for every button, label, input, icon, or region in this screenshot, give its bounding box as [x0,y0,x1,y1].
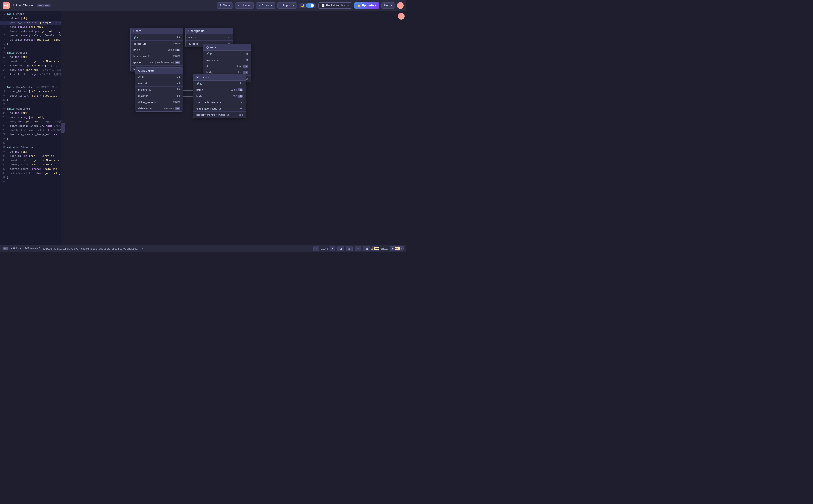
code-line-38: 38 defeated_at timestamp [not null] // ユ… [0,171,61,175]
code-line-8: 8} [0,42,61,46]
canvas-area[interactable]: ‹ Users 🔗id int google_uid [61,11,407,245]
line-number: 38 [1,171,7,175]
moon-icon: 🌙 [301,4,304,7]
line-content: id int [pk] [7,16,60,21]
show-label: Show: [380,247,388,250]
code-line-20: 20 quest_id int [ref: > Quests.id] // 1つ… [0,94,61,98]
code-line-13: 13 title string [not null] //クエストタイトル [0,64,61,68]
app-logo[interactable] [3,2,10,9]
share-label: Share [222,4,230,7]
line-content: end_battle_image_url text //戦闘終了後画像 [7,128,61,132]
er-row-m-body: body textNN [193,93,246,99]
line-number: 11 [1,55,7,59]
line-number: 36 [1,163,7,167]
code-line-29: 29 bestiary_monster_image_url text //図鑑用… [0,132,61,137]
split-view-button[interactable]: ⧈ [346,246,353,251]
key-icon: 🔗 [133,36,136,39]
zoom-in-button[interactable]: + [330,246,335,251]
line-number: 3 [1,21,7,25]
import-button[interactable]: ↑ Import ▾ [277,2,297,9]
bottom-bar: AD ✦ Holistics: Self-service BI Expose t… [0,245,407,252]
help-button[interactable]: Help ▾ [381,2,395,9]
edit-button[interactable]: ✏ [355,246,361,251]
er-row-gc-defeatcount: defeat_count ☑ integer [135,99,183,105]
er-row-m-endbattle: end_battle_image_url text [193,105,246,112]
code-line-16: 16 [0,77,61,81]
user-avatar[interactable] [397,2,404,9]
line-content: name string [not null] [7,25,60,29]
collapse-panel-button[interactable]: ‹ [61,123,65,133]
er-row-gc-defeatedat: defeated_at timestampNN [135,105,183,111]
line-content: } [7,98,60,102]
publish-label: Publish to dbdocs [326,4,349,7]
line-number: 37 [1,167,7,171]
key-icon: 🔗 [206,52,209,55]
share-button[interactable]: ⤴ Share [217,2,233,9]
er-row-gc-id: 🔗id int [135,74,183,80]
line-number: 5 [1,29,7,33]
line-number: 35 [1,158,7,163]
line-number: 27 [1,124,7,128]
er-row-gc-monsterid: monster_id int [135,87,183,93]
line-number: 39 [1,175,7,180]
export-chevron-icon: ▾ [271,4,272,7]
code-line-6: 6 gender enum ('male', 'female', 'other'… [0,33,61,38]
ad-badge: AD [3,247,8,250]
code-line-12: 12 monster_id int [ref: - Monsters.id] [0,59,61,64]
er-row-q-title: title stringNN [203,63,251,69]
code-line-39: 39} [0,175,61,180]
line-content: quest_id int [ref: > Quests.id] // 掃除箇所記… [7,163,61,167]
key-icon: 🔗 [196,82,199,85]
history-button[interactable]: ↺ History [235,2,254,9]
code-line-4: 4 name string [not null] [0,25,61,29]
export-button[interactable]: ↓ Export ▾ [256,2,275,9]
pro-tool-button[interactable]: ⊟PRO [372,246,379,251]
line-content: monster_id int [ref: < Monsters.id] [7,158,61,163]
help-label: Help [384,4,390,7]
line-content: } [7,137,60,141]
line-content: is_admin boolean [default: false] //管理者権… [7,38,61,42]
help-chevron-icon: ▾ [391,4,392,7]
er-row-q-monsterid: monster_id int [203,57,251,63]
er-table-users-header: Users [131,28,183,34]
canvas-user-avatar [398,13,405,20]
import-icon: ↑ [280,4,282,7]
line-number: 40 [1,180,7,184]
export-icon: ↓ [259,4,260,7]
dark-mode-toggle[interactable] [306,3,314,8]
line-number: 8 [1,42,7,46]
line-content: user_id int [ref: > Users.id] // 1つのユーザー… [7,89,61,94]
line-number: 30 [1,137,7,141]
line-content: body text [not null] //クエスト説明文 [7,68,61,72]
line-content: quest_id int [ref: > Quests.id] // 1つのクエ… [7,94,61,98]
code-line-18: 18Table UserQuests{ // 中間テーブル [0,85,61,89]
code-panel[interactable]: 1Table Users{2 id int [pk]3 google_uid v… [0,11,61,245]
ad-banner: AD ✦ Holistics: Self-service BI Expose t… [3,247,144,250]
publish-button[interactable]: 📄 Publish to dbdocs [318,2,352,9]
code-line-10: 10Table Quests{ [0,51,61,55]
code-line-3: 3 google_uid varchar [unique] // ユーザー識別要… [0,21,61,25]
line-content: } [7,42,60,46]
er-row-users-id: 🔗id int [131,34,183,41]
upgrade-chevron-icon: ▾ [375,4,376,7]
line-content: monster_id int [ref: - Monsters.id] [7,59,61,64]
show-options-button[interactable]: ⊞ PRO ▾ [390,246,404,251]
crop-button[interactable]: ⊞ [363,246,370,251]
zoom-out-button[interactable]: − [313,246,319,251]
er-row-users-hunterranks: hunterranks ☑ integer [131,53,183,59]
upgrade-button[interactable]: ⭐ Upgrade ▾ [354,2,380,9]
code-line-32: 32Table GuildCards{ [0,145,61,150]
line-content: user_id int [ref: - Users.id] [7,154,60,158]
line-number: 29 [1,132,7,137]
line-number: 23 [1,107,7,111]
fit-view-button[interactable]: ⊡ [337,246,344,251]
import-label: Import [283,4,291,7]
code-line-14: 14 body text [not null] //クエスト説明文 [0,68,61,72]
line-content: id int [pk] [7,55,60,59]
er-row-q-id: 🔗id int [203,51,251,57]
code-line-26: 26 body text [not null] //モンスター説明 [0,120,61,124]
line-content: google_uid varchar [unique] // ユーザー識別要素 [7,21,61,25]
line-number: 17 [1,81,7,85]
ad-close-button[interactable]: ✕ [142,247,144,250]
code-line-30: 30} [0,137,61,141]
